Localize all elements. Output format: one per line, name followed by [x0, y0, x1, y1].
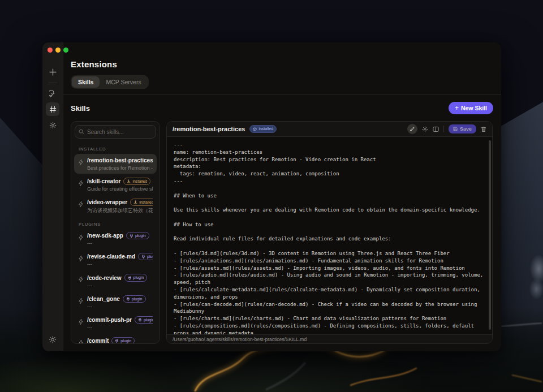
plug-icon	[141, 255, 145, 259]
tab-skills[interactable]: Skills	[72, 76, 100, 88]
delete-skill-button[interactable]	[481, 126, 486, 132]
plugin-badge: plugin	[111, 337, 135, 343]
skill-name: /skill-creator	[87, 178, 120, 184]
download-icon	[133, 200, 137, 204]
editor-title: /remotion-best-practices	[173, 126, 245, 132]
group-label-installed: INSTALLED	[79, 147, 152, 152]
save-icon	[453, 127, 458, 131]
skill-description: ---	[87, 240, 153, 246]
group-label-plugins: PLUGINS	[79, 222, 152, 227]
list-item-commit[interactable]: /commit plugin ---	[74, 334, 157, 343]
list-item-video-wrapper[interactable]: /video-wrapper installed 为访谈视频添加综艺特效（花字，…	[74, 196, 157, 217]
skill-description: Best practices for Remotion - Video crea…	[87, 165, 153, 171]
search-box	[75, 125, 156, 139]
skills-content: INSTALLED /remotion-best-practices insta…	[63, 114, 501, 351]
chat-icon	[49, 90, 57, 97]
plugin-badge: plugin	[135, 316, 153, 324]
zap-icon	[78, 233, 84, 246]
search-input[interactable]	[75, 125, 156, 139]
zap-icon	[78, 254, 84, 267]
skill-description: ---	[87, 325, 153, 330]
zap-icon	[78, 317, 84, 330]
sidebar-item-settings[interactable]	[46, 118, 59, 132]
skills-list-panel: INSTALLED /remotion-best-practices insta…	[71, 121, 160, 344]
wallpaper-snow	[522, 253, 543, 304]
zap-icon	[78, 200, 84, 214]
skill-name: /clean_gone	[87, 296, 120, 302]
sidebar-item-extensions[interactable]	[46, 102, 59, 116]
pencil-icon	[410, 127, 415, 132]
save-button[interactable]: Save	[449, 124, 476, 133]
list-item-new-sdk-app[interactable]: /new-sdk-app plugin ---	[74, 229, 157, 249]
editor-toolbar: Save	[407, 124, 486, 134]
skill-settings-button[interactable]	[422, 126, 428, 132]
zap-icon	[78, 338, 84, 343]
list-item-clean-gone[interactable]: /clean_gone plugin ---	[74, 292, 157, 312]
plus-icon: +	[455, 104, 459, 112]
nav-rail	[42, 42, 63, 351]
gear-icon	[422, 126, 428, 132]
plugin-badge: plugin	[124, 274, 148, 281]
sidebar-item-chats[interactable]	[46, 87, 59, 100]
skill-name: /new-sdk-app	[87, 232, 123, 239]
plug-icon	[130, 234, 133, 238]
app-window: Extensions Skills MCP Servers Skills + N…	[42, 42, 501, 351]
search-icon	[79, 129, 84, 135]
editor-header: /remotion-best-practices installed Save	[167, 122, 492, 137]
skills-list: INSTALLED /remotion-best-practices insta…	[71, 142, 160, 343]
installed-badge: installed	[249, 125, 277, 132]
zap-icon	[78, 179, 84, 192]
extensions-tabs: Skills MCP Servers	[71, 75, 149, 89]
section-title: Skills	[71, 104, 90, 113]
zoom-button[interactable]	[63, 48, 68, 53]
installed-badge: installed	[123, 178, 150, 185]
new-chat-button[interactable]	[46, 65, 59, 79]
skill-markdown[interactable]: --- name: remotion-best-practices descri…	[174, 141, 488, 334]
plug-icon	[138, 318, 142, 322]
close-button[interactable]	[48, 48, 53, 53]
rail-divider	[48, 83, 57, 83]
skills-section-header: Skills + New Skill	[63, 95, 501, 114]
scrollbar-thumb[interactable]	[489, 140, 491, 330]
list-item-revise-claude-md[interactable]: /revise-claude-md plugin ---	[74, 250, 157, 270]
skill-name: /video-wrapper	[87, 199, 127, 205]
skill-name: /revise-claude-md	[87, 253, 135, 260]
skill-detail-panel: /remotion-best-practices installed Save	[166, 121, 493, 344]
list-item-commit-push-pr[interactable]: /commit-push-pr plugin ---	[74, 313, 157, 333]
list-item-skill-creator[interactable]: /skill-creator installed Guide for creat…	[74, 175, 157, 195]
save-label: Save	[460, 126, 472, 132]
zap-icon	[78, 296, 84, 309]
trash-icon	[481, 126, 486, 132]
list-item-code-review[interactable]: /code-review plugin ---	[74, 271, 157, 291]
new-skill-label: New Skill	[461, 105, 487, 111]
gear-icon	[49, 122, 57, 129]
editor-content[interactable]: --- name: remotion-best-practices descri…	[167, 137, 492, 334]
edit-button[interactable]	[407, 124, 417, 134]
tab-mcp-servers[interactable]: MCP Servers	[100, 76, 147, 88]
skill-description: ---	[87, 261, 153, 267]
skill-description: ---	[87, 283, 153, 288]
split-view-button[interactable]	[433, 126, 439, 132]
skill-name: /commit	[87, 338, 109, 343]
minimize-button[interactable]	[55, 48, 61, 53]
toolbar-divider	[443, 126, 444, 132]
download-icon	[127, 179, 131, 183]
package-icon	[253, 127, 257, 131]
new-skill-button[interactable]: + New Skill	[449, 102, 493, 114]
installed-badge: installed	[130, 199, 153, 206]
window-controls	[48, 48, 68, 53]
list-item-remotion-best-practices[interactable]: /remotion-best-practices installed Best …	[74, 154, 157, 174]
plus-icon	[49, 68, 57, 76]
main-area: Extensions Skills MCP Servers Skills + N…	[63, 42, 501, 351]
plug-icon	[115, 339, 119, 343]
hash-icon	[49, 106, 57, 113]
plugin-badge: plugin	[126, 232, 149, 239]
page-title: Extensions	[71, 59, 501, 69]
theme-toggle[interactable]	[49, 335, 57, 346]
skill-description: Guide for creating effective skills. Thi…	[87, 186, 153, 192]
split-view-icon	[433, 126, 439, 132]
skill-description: ---	[87, 304, 153, 309]
zap-icon	[78, 158, 84, 171]
sun-icon	[49, 336, 57, 343]
skill-name: /code-review	[87, 275, 122, 281]
